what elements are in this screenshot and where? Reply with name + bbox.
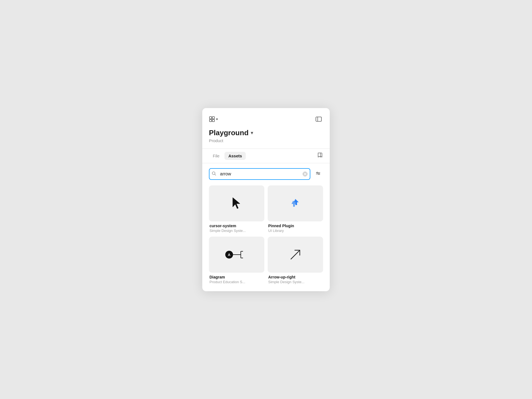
asset-name-arrow: Arrow-up-right [268, 275, 323, 279]
asset-card-pinned-plugin[interactable]: Pinned Plugin UI Library [268, 185, 323, 233]
asset-name-pinned: Pinned Plugin [268, 224, 323, 228]
asset-preview-diagram: A [209, 237, 264, 273]
tab-file[interactable]: File [209, 152, 223, 160]
svg-text:A: A [228, 253, 231, 257]
asset-card-arrow-up-right[interactable]: Arrow-up-right Simple Design Syste... [268, 237, 323, 285]
asset-source-pinned: UI Library [268, 229, 323, 233]
tab-assets[interactable]: Assets [224, 152, 246, 160]
app-window: ▾ Playground ▾ Product File Assets [202, 108, 330, 291]
project-title[interactable]: Playground ▾ [209, 129, 323, 137]
filter-button[interactable] [313, 169, 323, 179]
asset-card-diagram[interactable]: A Diagram Product Education S... [209, 237, 264, 285]
figma-menu-chevron: ▾ [216, 117, 218, 121]
search-input[interactable] [209, 168, 310, 180]
svg-rect-3 [212, 119, 214, 122]
arrow-up-right-icon [287, 246, 304, 263]
asset-name-cursor: cursor-system [209, 224, 264, 228]
svg-rect-0 [209, 117, 212, 119]
diagram-icon: A [221, 246, 252, 263]
sidebar-icon [316, 117, 322, 122]
book-icon[interactable] [317, 152, 323, 160]
tabs-bar: File Assets [202, 149, 330, 163]
search-section [202, 163, 330, 183]
asset-preview-jira [268, 185, 323, 221]
figma-icon [209, 116, 215, 122]
asset-info-diagram: Diagram Product Education S... [209, 273, 264, 285]
project-title-text: Playground [209, 129, 249, 137]
figma-logo-button[interactable]: ▾ [209, 116, 218, 122]
cursor-icon [231, 196, 242, 210]
svg-rect-1 [212, 117, 214, 119]
assets-grid: cursor-system Simple Design Syste... Pin… [202, 183, 330, 291]
project-subtitle: Product [209, 138, 323, 143]
svg-rect-4 [316, 117, 321, 121]
asset-card-cursor-system[interactable]: cursor-system Simple Design Syste... [209, 185, 264, 233]
asset-preview-cursor [209, 185, 264, 221]
svg-point-12 [317, 172, 318, 173]
sidebar-toggle-button[interactable] [314, 115, 323, 124]
asset-info-arrow: Arrow-up-right Simple Design Syste... [268, 273, 323, 285]
svg-line-20 [291, 250, 300, 259]
jira-icon [289, 197, 301, 209]
clear-search-button[interactable] [303, 172, 308, 177]
svg-point-13 [318, 173, 319, 175]
asset-source-cursor: Simple Design Syste... [209, 229, 264, 233]
tabs: File Assets [209, 152, 246, 160]
asset-source-diagram: Product Education S... [209, 280, 264, 284]
asset-name-diagram: Diagram [209, 275, 264, 279]
project-title-chevron: ▾ [251, 130, 253, 135]
asset-source-arrow: Simple Design Syste... [268, 280, 323, 284]
header: ▾ Playground ▾ Product [202, 108, 330, 149]
search-container [209, 168, 310, 180]
header-top: ▾ [209, 115, 323, 124]
svg-rect-2 [209, 119, 212, 122]
asset-preview-arrow [268, 237, 323, 273]
asset-info-cursor: cursor-system Simple Design Syste... [209, 221, 264, 233]
asset-info-pinned: Pinned Plugin UI Library [268, 221, 323, 233]
